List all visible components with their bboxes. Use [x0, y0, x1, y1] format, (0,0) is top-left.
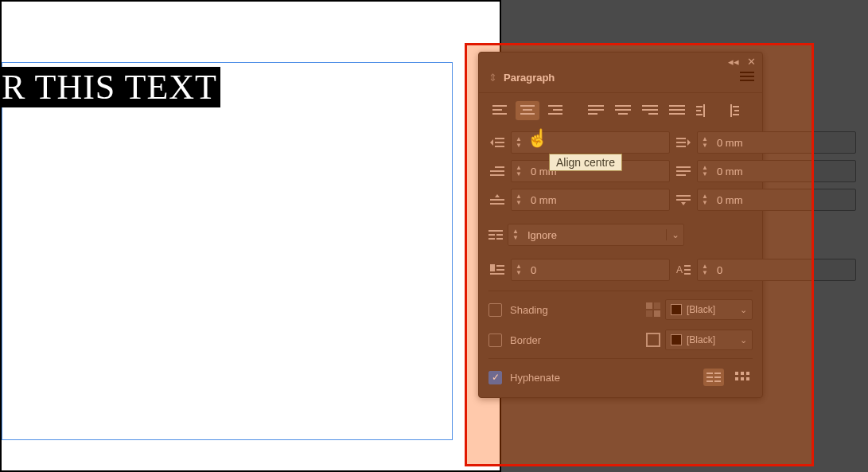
svg-rect-31 — [733, 114, 739, 115]
align-center-button[interactable] — [516, 101, 539, 120]
right-indent-input[interactable] — [712, 137, 855, 149]
svg-rect-23 — [669, 113, 685, 115]
svg-rect-38 — [495, 166, 504, 168]
stepper-chevrons[interactable]: ▲▼ — [698, 263, 712, 276]
align-left-button[interactable] — [488, 101, 512, 120]
dropcap-lines-input[interactable] — [526, 264, 669, 276]
space-before-stepper[interactable]: ▲▼ — [511, 189, 670, 211]
stepper-chevrons[interactable]: ▲▼ — [512, 136, 526, 149]
right-indent-stepper[interactable]: ▲▼ — [697, 131, 856, 154]
right-indent-icon — [675, 137, 692, 148]
svg-rect-37 — [676, 146, 686, 147]
svg-rect-3 — [492, 105, 507, 107]
svg-rect-30 — [734, 110, 739, 111]
span-columns-field: ▲▼ ⌄ — [488, 224, 640, 246]
dropcap-lines-stepper[interactable]: ▲▼ — [511, 259, 670, 281]
stepper-chevrons[interactable]: ▲▼ — [512, 193, 526, 206]
dropcap-lines-field: ▲▼ — [488, 259, 670, 281]
svg-rect-9 — [548, 105, 562, 107]
dropcap-lines-icon — [488, 264, 506, 275]
canvas[interactable]: R THIS TEXT — [0, 0, 501, 472]
justify-last-center-button[interactable] — [611, 101, 635, 120]
hyphenate-label: Hyphenate — [510, 372, 560, 384]
panel-collapse-icon[interactable]: ◂◂ — [728, 56, 739, 68]
svg-rect-12 — [588, 105, 604, 107]
stepper-chevrons[interactable]: ▲▼ — [512, 165, 526, 177]
drag-grip-icon[interactable]: ⇕ — [488, 72, 497, 84]
left-indent-field: ▲▼ — [488, 131, 670, 154]
panel-close-icon[interactable]: ✕ — [747, 56, 756, 68]
dropcap-chars-stepper[interactable]: ▲▼ — [697, 259, 856, 281]
svg-rect-33 — [495, 142, 504, 143]
selected-text[interactable]: R THIS TEXT — [2, 67, 220, 107]
span-columns-input[interactable] — [523, 229, 666, 241]
panel-title: Paragraph — [504, 72, 555, 84]
right-indent-field: ▲▼ — [675, 131, 856, 154]
view-grid-button[interactable] — [732, 369, 753, 386]
span-columns-icon — [488, 229, 503, 240]
last-line-indent-stepper[interactable]: ▲▼ — [697, 160, 856, 182]
svg-rect-0 — [740, 72, 754, 73]
stepper-chevrons[interactable]: ▲▼ — [698, 193, 712, 206]
border-swatch-select[interactable]: [Black] ⌄ — [665, 330, 753, 350]
svg-rect-67 — [714, 373, 721, 374]
stepper-chevrons[interactable]: ▲▼ — [698, 136, 712, 149]
svg-rect-75 — [735, 377, 738, 380]
svg-rect-70 — [706, 380, 713, 382]
svg-rect-1 — [740, 76, 754, 77]
svg-rect-48 — [488, 230, 503, 232]
svg-rect-49 — [488, 234, 495, 236]
svg-rect-55 — [496, 269, 504, 271]
svg-rect-76 — [741, 377, 744, 380]
justify-last-right-button[interactable] — [638, 101, 662, 120]
svg-rect-52 — [496, 238, 503, 240]
svg-rect-36 — [676, 142, 686, 143]
justify-full-button[interactable] — [665, 101, 689, 120]
svg-rect-61 — [646, 302, 652, 309]
text-frame[interactable] — [2, 62, 453, 440]
panel-menu-icon[interactable] — [740, 71, 754, 84]
shading-checkbox[interactable] — [488, 303, 502, 317]
svg-rect-17 — [618, 113, 628, 115]
justify-last-left-button[interactable] — [584, 101, 608, 120]
stepper-chevrons[interactable]: ▲▼ — [512, 263, 526, 276]
last-line-indent-input[interactable] — [712, 166, 855, 177]
svg-rect-51 — [488, 238, 495, 240]
align-right-button[interactable] — [543, 101, 566, 120]
chevron-down-icon[interactable]: ⌄ — [740, 335, 747, 345]
chevron-down-icon[interactable]: ⌄ — [740, 305, 747, 315]
svg-rect-71 — [714, 380, 721, 382]
svg-rect-59 — [684, 269, 691, 271]
border-checkbox[interactable] — [488, 334, 502, 347]
align-away-spine-button[interactable] — [719, 101, 743, 120]
span-dropdown-icon[interactable]: ⌄ — [666, 229, 683, 240]
svg-rect-47 — [676, 199, 691, 201]
stepper-chevrons[interactable]: ▲▼ — [508, 228, 523, 241]
alignment-row — [479, 93, 762, 125]
svg-rect-72 — [735, 372, 738, 375]
svg-rect-24 — [703, 104, 705, 117]
swatch-square — [671, 334, 682, 345]
shading-row: Shading [Black] ⌄ — [479, 295, 762, 325]
dropcap-chars-icon: A — [675, 264, 692, 275]
svg-rect-54 — [496, 265, 504, 267]
space-after-stepper[interactable]: ▲▼ — [697, 189, 856, 211]
left-indent-input[interactable] — [526, 137, 669, 149]
svg-rect-6 — [520, 105, 535, 107]
span-columns-stepper[interactable]: ▲▼ ⌄ — [508, 224, 684, 246]
space-before-input[interactable] — [526, 194, 669, 206]
border-preview-icon — [644, 333, 662, 347]
space-after-input[interactable] — [712, 194, 855, 206]
space-after-field: ▲▼ — [675, 189, 856, 211]
svg-rect-63 — [646, 310, 652, 317]
left-indent-stepper[interactable]: ▲▼ — [511, 131, 670, 154]
shading-swatch-select[interactable]: [Black] ⌄ — [665, 299, 753, 320]
hyphenate-checkbox[interactable]: ✓ — [488, 371, 502, 384]
svg-rect-21 — [669, 105, 685, 107]
align-spine-button[interactable] — [692, 101, 716, 120]
first-line-indent-icon — [488, 166, 506, 177]
view-list-button[interactable] — [703, 369, 724, 386]
svg-rect-29 — [733, 106, 739, 107]
dropcap-chars-input[interactable] — [712, 264, 855, 276]
stepper-chevrons[interactable]: ▲▼ — [698, 165, 712, 177]
